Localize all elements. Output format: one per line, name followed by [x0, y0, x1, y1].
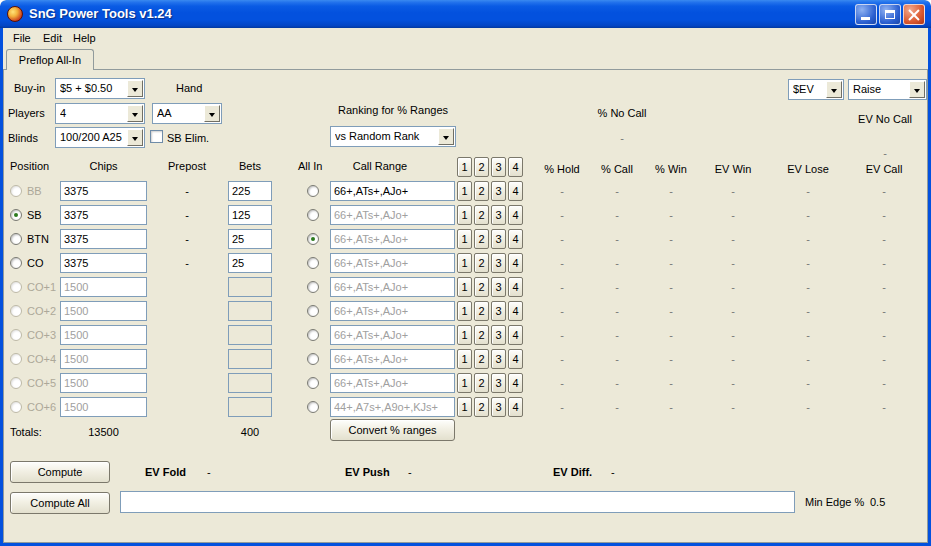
position-radio[interactable]	[10, 401, 22, 413]
chips-input[interactable]	[60, 229, 147, 249]
range-preset-1-button[interactable]: 1	[457, 205, 472, 225]
allin-radio[interactable]	[307, 185, 319, 197]
range-preset-4-button[interactable]: 4	[508, 229, 523, 249]
range-preset-4-button[interactable]: 4	[508, 205, 523, 225]
bets-input[interactable]	[228, 325, 272, 345]
chevron-down-icon[interactable]	[438, 128, 454, 145]
allin-radio[interactable]	[307, 305, 319, 317]
call-range-input[interactable]	[330, 325, 455, 345]
bets-input[interactable]	[228, 205, 272, 225]
range-preset-4-button[interactable]: 4	[508, 349, 523, 369]
chips-input[interactable]	[60, 205, 147, 225]
range-preset-2-button[interactable]: 2	[474, 205, 489, 225]
action-select[interactable]: Raise	[848, 79, 927, 100]
range-preset-3-button[interactable]: 3	[491, 229, 506, 249]
range-preset-1-button[interactable]: 1	[457, 253, 472, 273]
call-range-input[interactable]	[330, 373, 455, 393]
range-preset-3-button[interactable]: 3	[491, 325, 506, 345]
range-preset-3-button[interactable]: 3	[491, 181, 506, 201]
chevron-down-icon[interactable]	[127, 129, 143, 146]
range-preset-3-button[interactable]: 3	[491, 253, 506, 273]
chips-input[interactable]	[60, 349, 147, 369]
chevron-down-icon[interactable]	[909, 81, 925, 98]
call-range-input[interactable]	[330, 277, 455, 297]
ranking-select[interactable]: vs Random Rank	[330, 126, 456, 147]
range-preset-3-button[interactable]: 3	[491, 397, 506, 417]
range-preset-1-button[interactable]: 1	[457, 157, 472, 177]
range-preset-2-button[interactable]: 2	[474, 373, 489, 393]
range-preset-2-button[interactable]: 2	[474, 277, 489, 297]
buyin-select[interactable]: $5 + $0.50	[55, 78, 145, 99]
allin-radio[interactable]	[307, 281, 319, 293]
position-radio[interactable]	[10, 233, 22, 245]
call-range-input[interactable]	[330, 253, 455, 273]
sb-elim-checkbox[interactable]	[150, 130, 163, 143]
position-radio[interactable]	[10, 377, 22, 389]
range-preset-4-button[interactable]: 4	[508, 397, 523, 417]
bets-input[interactable]	[228, 349, 272, 369]
range-preset-1-button[interactable]: 1	[457, 181, 472, 201]
range-preset-2-button[interactable]: 2	[474, 181, 489, 201]
minimize-button[interactable]	[855, 4, 877, 25]
chevron-down-icon[interactable]	[127, 105, 143, 122]
convert-ranges-button[interactable]: Convert % ranges	[330, 419, 455, 441]
chips-input[interactable]	[60, 253, 147, 273]
close-button[interactable]	[903, 4, 925, 25]
range-preset-1-button[interactable]: 1	[457, 229, 472, 249]
tab-preflop-all-in[interactable]: Preflop All-In	[6, 49, 94, 70]
call-range-input[interactable]	[330, 181, 455, 201]
chips-input[interactable]	[60, 301, 147, 321]
range-preset-3-button[interactable]: 3	[491, 157, 506, 177]
range-preset-3-button[interactable]: 3	[491, 349, 506, 369]
bets-input[interactable]	[228, 181, 272, 201]
range-preset-4-button[interactable]: 4	[508, 181, 523, 201]
range-preset-3-button[interactable]: 3	[491, 301, 506, 321]
range-preset-4-button[interactable]: 4	[508, 301, 523, 321]
range-preset-4-button[interactable]: 4	[508, 157, 523, 177]
range-preset-3-button[interactable]: 3	[491, 373, 506, 393]
menu-help[interactable]: Help	[67, 31, 102, 45]
range-preset-1-button[interactable]: 1	[457, 325, 472, 345]
position-radio[interactable]	[10, 257, 22, 269]
call-range-input[interactable]	[330, 349, 455, 369]
range-preset-4-button[interactable]: 4	[508, 325, 523, 345]
title-bar[interactable]: SnG Power Tools v1.24	[0, 0, 931, 28]
range-preset-2-button[interactable]: 2	[474, 253, 489, 273]
chevron-down-icon[interactable]	[127, 80, 143, 97]
bets-input[interactable]	[228, 373, 272, 393]
menu-edit[interactable]: Edit	[37, 31, 68, 45]
call-range-input[interactable]	[330, 229, 455, 249]
chips-input[interactable]	[60, 397, 147, 417]
allin-radio[interactable]	[307, 233, 319, 245]
position-radio[interactable]	[10, 185, 22, 197]
bets-input[interactable]	[228, 301, 272, 321]
range-preset-1-button[interactable]: 1	[457, 301, 472, 321]
bets-input[interactable]	[228, 253, 272, 273]
chevron-down-icon[interactable]	[826, 81, 842, 98]
range-preset-3-button[interactable]: 3	[491, 205, 506, 225]
range-preset-4-button[interactable]: 4	[508, 277, 523, 297]
range-preset-1-button[interactable]: 1	[457, 397, 472, 417]
bets-input[interactable]	[228, 229, 272, 249]
chips-input[interactable]	[60, 277, 147, 297]
compute-all-button[interactable]: Compute All	[10, 492, 110, 514]
range-preset-2-button[interactable]: 2	[474, 349, 489, 369]
range-preset-1-button[interactable]: 1	[457, 373, 472, 393]
allin-radio[interactable]	[307, 353, 319, 365]
range-preset-4-button[interactable]: 4	[508, 373, 523, 393]
bets-input[interactable]	[228, 277, 272, 297]
range-preset-3-button[interactable]: 3	[491, 277, 506, 297]
range-preset-4-button[interactable]: 4	[508, 253, 523, 273]
allin-radio[interactable]	[307, 401, 319, 413]
call-range-input[interactable]	[330, 205, 455, 225]
position-radio[interactable]	[10, 209, 22, 221]
range-preset-1-button[interactable]: 1	[457, 277, 472, 297]
allin-radio[interactable]	[307, 329, 319, 341]
range-preset-2-button[interactable]: 2	[474, 397, 489, 417]
allin-radio[interactable]	[307, 209, 319, 221]
position-radio[interactable]	[10, 305, 22, 317]
bets-input[interactable]	[228, 397, 272, 417]
chips-input[interactable]	[60, 373, 147, 393]
blinds-select[interactable]: 100/200 A25	[55, 127, 145, 148]
allin-radio[interactable]	[307, 257, 319, 269]
